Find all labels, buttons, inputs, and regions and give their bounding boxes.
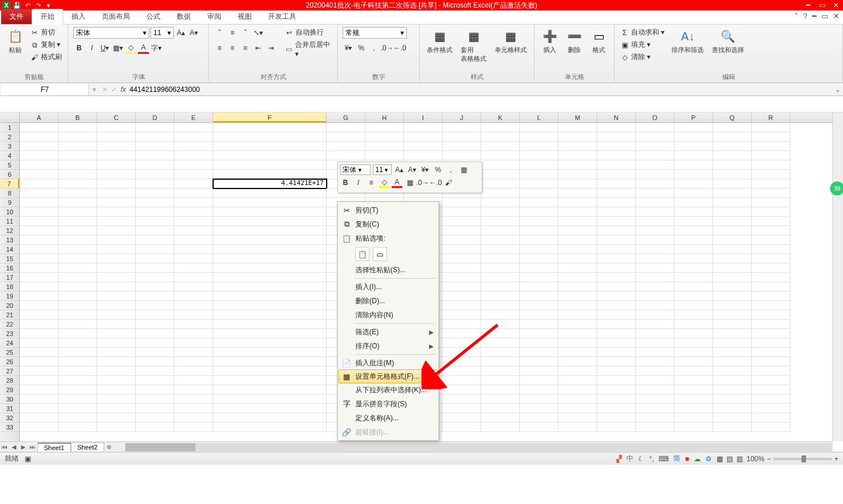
mini-font-combo[interactable]: 宋体 ▾: [340, 164, 371, 175]
col-header-K[interactable]: K: [481, 112, 520, 122]
cell-E30[interactable]: [174, 395, 213, 404]
cell-O2[interactable]: [636, 132, 674, 142]
cell-L1[interactable]: [520, 123, 558, 132]
cell-O15[interactable]: [636, 254, 674, 263]
row-header-26[interactable]: 26: [0, 357, 19, 366]
cell-J26[interactable]: [443, 357, 481, 366]
cell-N21[interactable]: [597, 310, 636, 320]
cell-K4[interactable]: [481, 151, 520, 160]
cell-H4[interactable]: [365, 151, 404, 160]
cell-C1[interactable]: [97, 123, 136, 132]
cell-L3[interactable]: [520, 142, 558, 151]
ime-settings-icon[interactable]: ⚙: [704, 455, 713, 463]
cell-Q28[interactable]: [713, 376, 752, 385]
cell-M8[interactable]: [558, 188, 597, 198]
ctx-insert[interactable]: 插入(I)...: [339, 280, 437, 294]
cell-R13[interactable]: [752, 235, 790, 245]
cell-Q33[interactable]: [713, 423, 752, 432]
cell-R20[interactable]: [752, 301, 790, 310]
cell-R26[interactable]: [752, 357, 790, 366]
cell-N6[interactable]: [597, 170, 636, 179]
cell-K11[interactable]: [481, 217, 520, 226]
cell-I1[interactable]: [404, 123, 443, 132]
cell-R7[interactable]: [752, 179, 790, 188]
cell-K12[interactable]: [481, 226, 520, 235]
row-header-21[interactable]: 21: [0, 310, 19, 320]
cell-R11[interactable]: [752, 217, 790, 226]
bold-icon[interactable]: B: [73, 42, 85, 54]
cancel-formula-icon[interactable]: ✕: [102, 85, 108, 94]
cell-K29[interactable]: [481, 385, 520, 395]
cell-C33[interactable]: [97, 423, 136, 432]
cell-D16[interactable]: [136, 263, 174, 273]
ctx-define-name[interactable]: 定义名称(A)...: [339, 411, 437, 425]
cell-P23[interactable]: [674, 329, 713, 338]
cell-A5[interactable]: [20, 160, 59, 170]
cell-B5[interactable]: [59, 160, 97, 170]
cell-P18[interactable]: [674, 282, 713, 292]
cell-D6[interactable]: [136, 170, 174, 179]
cell-F27[interactable]: [213, 366, 327, 376]
cell-F14[interactable]: [213, 245, 327, 254]
cell-Q30[interactable]: [713, 395, 752, 404]
cell-N31[interactable]: [597, 404, 636, 413]
cell-L24[interactable]: [520, 338, 558, 348]
cell-C12[interactable]: [97, 226, 136, 235]
orientation-icon[interactable]: ⤡▾: [252, 27, 264, 39]
cell-K21[interactable]: [481, 310, 520, 320]
assistant-badge[interactable]: 39: [830, 181, 843, 196]
cell-D12[interactable]: [136, 226, 174, 235]
row-header-16[interactable]: 16: [0, 263, 19, 273]
cell-B29[interactable]: [59, 385, 97, 395]
undo-icon[interactable]: ↶: [23, 1, 32, 9]
row-header-29[interactable]: 29: [0, 385, 19, 395]
select-all-button[interactable]: [0, 112, 20, 122]
cell-A3[interactable]: [20, 142, 59, 151]
cell-C19[interactable]: [97, 292, 136, 301]
cell-P11[interactable]: [674, 217, 713, 226]
cell-P6[interactable]: [674, 170, 713, 179]
cell-K1[interactable]: [481, 123, 520, 132]
cell-P27[interactable]: [674, 366, 713, 376]
cell-L17[interactable]: [520, 273, 558, 282]
cell-P25[interactable]: [674, 348, 713, 357]
tab-file[interactable]: 文件: [1, 9, 32, 24]
cell-F26[interactable]: [213, 357, 327, 366]
cell-N29[interactable]: [597, 385, 636, 395]
tab-page-layout[interactable]: 页面布局: [94, 9, 138, 24]
cell-P15[interactable]: [674, 254, 713, 263]
ctx-filter[interactable]: 筛选(E)▶: [339, 325, 437, 339]
cell-K23[interactable]: [481, 329, 520, 338]
cell-M17[interactable]: [558, 273, 597, 282]
col-header-L[interactable]: L: [520, 112, 558, 122]
cell-D26[interactable]: [136, 357, 174, 366]
cell-N26[interactable]: [597, 357, 636, 366]
cell-L28[interactable]: [520, 376, 558, 385]
cell-D13[interactable]: [136, 235, 174, 245]
cell-J27[interactable]: [443, 366, 481, 376]
row-header-14[interactable]: 14: [0, 245, 19, 254]
border-icon[interactable]: ▦▾: [112, 42, 124, 54]
cell-M24[interactable]: [558, 338, 597, 348]
row-header-11[interactable]: 11: [0, 217, 19, 226]
cell-C13[interactable]: [97, 235, 136, 245]
cell-F12[interactable]: [213, 226, 327, 235]
cell-L16[interactable]: [520, 263, 558, 273]
cell-Q16[interactable]: [713, 263, 752, 273]
cell-A31[interactable]: [20, 404, 59, 413]
cell-C20[interactable]: [97, 301, 136, 310]
cell-P31[interactable]: [674, 404, 713, 413]
cell-C10[interactable]: [97, 207, 136, 217]
sort-filter-button[interactable]: A↓排序和筛选: [669, 27, 706, 63]
cell-E13[interactable]: [174, 235, 213, 245]
cell-L30[interactable]: [520, 395, 558, 404]
cell-D25[interactable]: [136, 348, 174, 357]
cell-M9[interactable]: [558, 198, 597, 207]
row-header-25[interactable]: 25: [0, 348, 19, 357]
cell-J3[interactable]: [443, 142, 481, 151]
cell-N1[interactable]: [597, 123, 636, 132]
cell-B32[interactable]: [59, 413, 97, 423]
cell-J10[interactable]: [443, 207, 481, 217]
cell-R19[interactable]: [752, 292, 790, 301]
cell-Q10[interactable]: [713, 207, 752, 217]
